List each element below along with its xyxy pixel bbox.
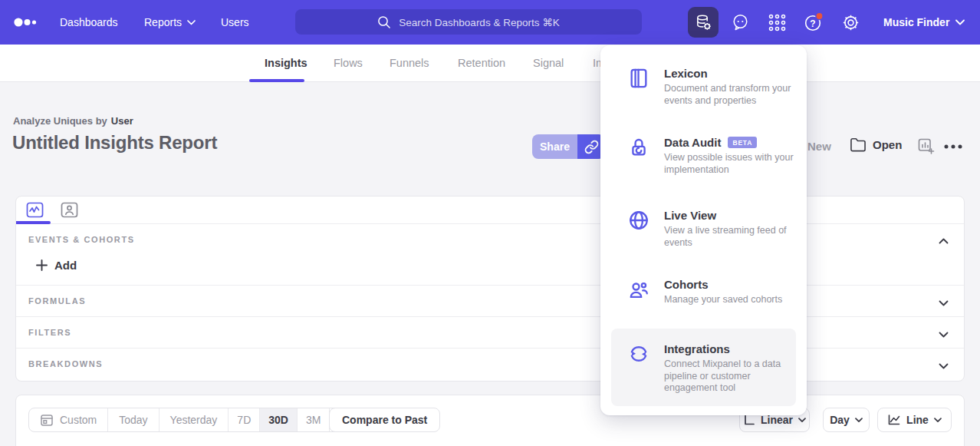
tab-signal[interactable]: Signal (533, 45, 564, 82)
date-controls-card: Custom Today Yesterday 7D 30D 3M 6M 12M … (15, 395, 965, 446)
scale-label: Linear (761, 414, 793, 426)
nav-dashboards[interactable]: Dashboards (60, 0, 118, 45)
menu-item-text: Live View View a live streaming feed of … (664, 209, 797, 249)
section-label: EVENTS & COHORTS (28, 235, 135, 244)
nav-users[interactable]: Users (221, 0, 249, 45)
section-label: FORMULAS (28, 296, 86, 306)
data-management-button[interactable] (688, 7, 719, 38)
range-yesterday[interactable]: Yesterday (159, 408, 229, 431)
menu-item-text: Integrations Connect Mixpanel to a data … (664, 342, 797, 395)
analyze-value[interactable]: User (111, 115, 133, 127)
tab-flows[interactable]: Flows (334, 45, 363, 82)
range-3m[interactable]: 3M (297, 408, 329, 431)
range-30d[interactable]: 30D (259, 408, 297, 431)
open-label: Open (873, 138, 902, 151)
section-events-cohorts: EVENTS & COHORTS Add (16, 224, 964, 286)
add-event-button[interactable]: Add (36, 259, 77, 272)
mixpanel-logo-icon[interactable] (14, 14, 44, 31)
compare-to-past-button[interactable]: Compare to Past (329, 408, 440, 432)
range-today[interactable]: Today (107, 408, 158, 431)
apps-button[interactable] (767, 12, 787, 32)
chevron-down-icon (939, 332, 949, 338)
interval-label: Day (830, 414, 850, 426)
tab-retention[interactable]: Retention (458, 45, 505, 82)
axes-icon (743, 414, 755, 426)
menu-item-title: Integrations (664, 342, 797, 355)
tab-funnels[interactable]: Funnels (390, 45, 429, 82)
menu-item-title: Lexicon (664, 67, 797, 80)
menu-item-description: Connect Mixpanel to a data pipeline or c… (664, 358, 797, 395)
share-button[interactable]: Share (532, 134, 577, 159)
section-label: BREAKDOWNS (28, 359, 103, 368)
section-label: FILTERS (28, 328, 71, 337)
interval-select[interactable]: Day (823, 408, 870, 432)
nav-reports-label: Reports (144, 0, 182, 45)
folder-icon (850, 137, 867, 152)
user-profile-icon (61, 202, 78, 218)
nav-dashboards-label: Dashboards (60, 0, 118, 45)
expand-section-button[interactable] (939, 296, 949, 309)
menu-item-description: Manage your saved cohorts (664, 294, 797, 306)
chevron-down-icon (955, 19, 965, 25)
section-breakdowns: BREAKDOWNS (16, 349, 964, 380)
more-options-button[interactable] (943, 141, 963, 152)
line-chart-icon (887, 414, 901, 426)
more-dots-icon (943, 143, 963, 150)
settings-button[interactable] (840, 12, 860, 32)
range-label: Custom (60, 414, 97, 426)
builder-view-tabs (16, 197, 964, 224)
search-input[interactable]: Search Dashboards & Reports ⌘K (295, 9, 642, 35)
query-builder-card: EVENTS & COHORTS Add FORMULAS FILTERS BR… (15, 196, 965, 382)
events-view-tab[interactable] (26, 202, 44, 221)
notification-dot (816, 12, 823, 19)
chart-add-icon (918, 138, 935, 155)
chevron-down-icon (798, 418, 806, 423)
section-filters: FILTERS (16, 317, 964, 349)
share-split-button[interactable]: Share (532, 134, 605, 159)
expand-section-button[interactable] (939, 327, 949, 341)
menu-item-text: Cohorts Manage your saved cohorts (664, 278, 797, 306)
collapse-section-button[interactable] (939, 233, 949, 247)
menu-item-cohorts[interactable]: Cohorts Manage your saved cohorts (628, 278, 797, 306)
menu-item-title: Cohorts (664, 278, 797, 291)
menu-item-title: Live View (664, 209, 797, 222)
help-question-icon: ? (802, 11, 825, 34)
report-type-tabbar: Insights Flows Funnels Retention Signal … (0, 45, 980, 82)
range-custom[interactable]: Custom (29, 408, 107, 431)
nav-reports[interactable]: Reports (144, 0, 196, 45)
menu-item-lexicon[interactable]: Lexicon Document and transform your even… (628, 67, 797, 107)
nav-users-label: Users (221, 0, 249, 45)
menu-item-text: Data Audit BETA View possible issues wit… (664, 136, 797, 176)
chart-type-label: Line (906, 414, 929, 426)
plus-icon (36, 259, 48, 271)
beta-badge: BETA (728, 137, 757, 148)
chart-type-select[interactable]: Line (877, 408, 952, 432)
chevron-down-icon (934, 418, 942, 423)
menu-item-integrations[interactable]: Integrations Connect Mixpanel to a data … (628, 342, 797, 395)
chart-pulse-icon (26, 202, 44, 218)
profiles-view-tab[interactable] (61, 202, 78, 221)
new-report-button[interactable]: New (807, 139, 831, 154)
menu-item-live-view[interactable]: Live View View a live streaming feed of … (628, 209, 797, 249)
help-button[interactable]: ? (802, 11, 825, 34)
page-title[interactable]: Untitled Insights Report (12, 132, 217, 154)
workspace-switcher[interactable]: Music Finder (883, 0, 965, 45)
menu-item-title: Data Audit BETA (664, 136, 797, 149)
tab-insights[interactable]: Insights (265, 45, 307, 82)
menu-item-data-audit[interactable]: Data Audit BETA View possible issues wit… (628, 136, 797, 176)
analyze-prefix: Analyze Uniques by (13, 115, 107, 127)
calendar-icon (40, 413, 54, 427)
chevron-down-icon (939, 300, 949, 306)
chevron-up-icon (939, 238, 949, 244)
svg-text:?: ? (810, 18, 815, 29)
expand-section-button[interactable] (939, 358, 949, 372)
app-screen: Dashboards Reports Users Search Dashboar… (0, 0, 980, 446)
apps-grid-icon (768, 13, 787, 32)
section-formulas: FORMULAS (16, 286, 964, 317)
open-report-button[interactable]: Open (850, 137, 902, 152)
menu-item-title-text: Data Audit (664, 136, 721, 149)
search-icon (377, 15, 391, 29)
add-to-dashboard-button[interactable] (918, 138, 935, 155)
range-7d[interactable]: 7D (228, 408, 259, 431)
feedback-button[interactable] (730, 12, 750, 32)
